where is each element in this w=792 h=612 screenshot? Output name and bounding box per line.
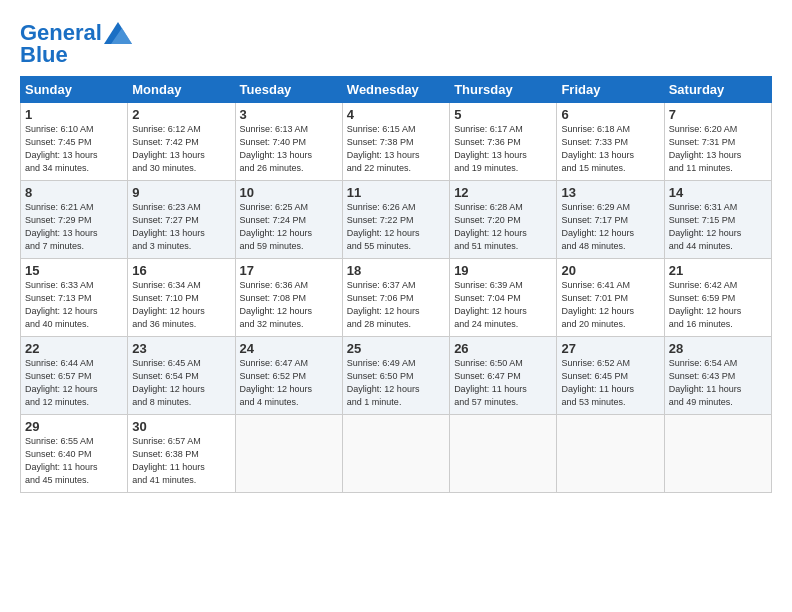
calendar-cell: 20Sunrise: 6:41 AM Sunset: 7:01 PM Dayli…	[557, 259, 664, 337]
day-number: 29	[25, 419, 123, 434]
calendar-cell: 1Sunrise: 6:10 AM Sunset: 7:45 PM Daylig…	[21, 103, 128, 181]
page: General Blue SundayMondayTuesdayWednesda…	[0, 0, 792, 503]
day-number: 25	[347, 341, 445, 356]
day-info: Sunrise: 6:45 AM Sunset: 6:54 PM Dayligh…	[132, 357, 230, 409]
calendar-cell: 3Sunrise: 6:13 AM Sunset: 7:40 PM Daylig…	[235, 103, 342, 181]
day-info: Sunrise: 6:33 AM Sunset: 7:13 PM Dayligh…	[25, 279, 123, 331]
day-info: Sunrise: 6:26 AM Sunset: 7:22 PM Dayligh…	[347, 201, 445, 253]
calendar-cell: 14Sunrise: 6:31 AM Sunset: 7:15 PM Dayli…	[664, 181, 771, 259]
day-info: Sunrise: 6:52 AM Sunset: 6:45 PM Dayligh…	[561, 357, 659, 409]
calendar-table: SundayMondayTuesdayWednesdayThursdayFrid…	[20, 76, 772, 493]
day-number: 12	[454, 185, 552, 200]
day-number: 13	[561, 185, 659, 200]
week-row-2: 8Sunrise: 6:21 AM Sunset: 7:29 PM Daylig…	[21, 181, 772, 259]
calendar-cell	[557, 415, 664, 493]
calendar-cell: 22Sunrise: 6:44 AM Sunset: 6:57 PM Dayli…	[21, 337, 128, 415]
calendar-cell: 12Sunrise: 6:28 AM Sunset: 7:20 PM Dayli…	[450, 181, 557, 259]
day-number: 16	[132, 263, 230, 278]
col-header-saturday: Saturday	[664, 77, 771, 103]
day-number: 10	[240, 185, 338, 200]
day-number: 26	[454, 341, 552, 356]
logo-icon	[104, 22, 132, 44]
calendar-cell: 10Sunrise: 6:25 AM Sunset: 7:24 PM Dayli…	[235, 181, 342, 259]
day-info: Sunrise: 6:54 AM Sunset: 6:43 PM Dayligh…	[669, 357, 767, 409]
day-info: Sunrise: 6:10 AM Sunset: 7:45 PM Dayligh…	[25, 123, 123, 175]
day-number: 18	[347, 263, 445, 278]
week-row-4: 22Sunrise: 6:44 AM Sunset: 6:57 PM Dayli…	[21, 337, 772, 415]
day-info: Sunrise: 6:31 AM Sunset: 7:15 PM Dayligh…	[669, 201, 767, 253]
calendar-cell: 28Sunrise: 6:54 AM Sunset: 6:43 PM Dayli…	[664, 337, 771, 415]
col-header-monday: Monday	[128, 77, 235, 103]
day-info: Sunrise: 6:13 AM Sunset: 7:40 PM Dayligh…	[240, 123, 338, 175]
calendar-cell: 11Sunrise: 6:26 AM Sunset: 7:22 PM Dayli…	[342, 181, 449, 259]
calendar-cell: 2Sunrise: 6:12 AM Sunset: 7:42 PM Daylig…	[128, 103, 235, 181]
day-number: 7	[669, 107, 767, 122]
day-number: 9	[132, 185, 230, 200]
day-info: Sunrise: 6:57 AM Sunset: 6:38 PM Dayligh…	[132, 435, 230, 487]
day-info: Sunrise: 6:21 AM Sunset: 7:29 PM Dayligh…	[25, 201, 123, 253]
day-info: Sunrise: 6:23 AM Sunset: 7:27 PM Dayligh…	[132, 201, 230, 253]
day-info: Sunrise: 6:42 AM Sunset: 6:59 PM Dayligh…	[669, 279, 767, 331]
logo-text2: Blue	[20, 44, 132, 66]
day-info: Sunrise: 6:50 AM Sunset: 6:47 PM Dayligh…	[454, 357, 552, 409]
day-number: 1	[25, 107, 123, 122]
day-number: 5	[454, 107, 552, 122]
calendar-cell: 23Sunrise: 6:45 AM Sunset: 6:54 PM Dayli…	[128, 337, 235, 415]
week-row-5: 29Sunrise: 6:55 AM Sunset: 6:40 PM Dayli…	[21, 415, 772, 493]
day-number: 30	[132, 419, 230, 434]
day-number: 24	[240, 341, 338, 356]
day-number: 19	[454, 263, 552, 278]
day-number: 11	[347, 185, 445, 200]
day-info: Sunrise: 6:49 AM Sunset: 6:50 PM Dayligh…	[347, 357, 445, 409]
calendar-cell	[342, 415, 449, 493]
day-number: 6	[561, 107, 659, 122]
day-number: 14	[669, 185, 767, 200]
calendar-cell: 16Sunrise: 6:34 AM Sunset: 7:10 PM Dayli…	[128, 259, 235, 337]
calendar-cell: 19Sunrise: 6:39 AM Sunset: 7:04 PM Dayli…	[450, 259, 557, 337]
calendar-cell: 13Sunrise: 6:29 AM Sunset: 7:17 PM Dayli…	[557, 181, 664, 259]
calendar-cell	[235, 415, 342, 493]
calendar-cell	[664, 415, 771, 493]
day-number: 22	[25, 341, 123, 356]
calendar-cell: 17Sunrise: 6:36 AM Sunset: 7:08 PM Dayli…	[235, 259, 342, 337]
day-number: 15	[25, 263, 123, 278]
day-info: Sunrise: 6:20 AM Sunset: 7:31 PM Dayligh…	[669, 123, 767, 175]
day-number: 21	[669, 263, 767, 278]
calendar-cell: 7Sunrise: 6:20 AM Sunset: 7:31 PM Daylig…	[664, 103, 771, 181]
calendar-cell	[450, 415, 557, 493]
day-info: Sunrise: 6:55 AM Sunset: 6:40 PM Dayligh…	[25, 435, 123, 487]
day-number: 8	[25, 185, 123, 200]
calendar-cell: 26Sunrise: 6:50 AM Sunset: 6:47 PM Dayli…	[450, 337, 557, 415]
day-info: Sunrise: 6:37 AM Sunset: 7:06 PM Dayligh…	[347, 279, 445, 331]
header-row: SundayMondayTuesdayWednesdayThursdayFrid…	[21, 77, 772, 103]
calendar-cell: 29Sunrise: 6:55 AM Sunset: 6:40 PM Dayli…	[21, 415, 128, 493]
day-info: Sunrise: 6:41 AM Sunset: 7:01 PM Dayligh…	[561, 279, 659, 331]
calendar-cell: 27Sunrise: 6:52 AM Sunset: 6:45 PM Dayli…	[557, 337, 664, 415]
calendar-cell: 25Sunrise: 6:49 AM Sunset: 6:50 PM Dayli…	[342, 337, 449, 415]
day-info: Sunrise: 6:15 AM Sunset: 7:38 PM Dayligh…	[347, 123, 445, 175]
calendar-cell: 5Sunrise: 6:17 AM Sunset: 7:36 PM Daylig…	[450, 103, 557, 181]
day-number: 17	[240, 263, 338, 278]
day-number: 27	[561, 341, 659, 356]
day-info: Sunrise: 6:29 AM Sunset: 7:17 PM Dayligh…	[561, 201, 659, 253]
col-header-thursday: Thursday	[450, 77, 557, 103]
calendar-cell: 18Sunrise: 6:37 AM Sunset: 7:06 PM Dayli…	[342, 259, 449, 337]
day-info: Sunrise: 6:28 AM Sunset: 7:20 PM Dayligh…	[454, 201, 552, 253]
logo-text: General	[20, 22, 102, 44]
header: General Blue	[20, 18, 772, 66]
calendar-cell: 6Sunrise: 6:18 AM Sunset: 7:33 PM Daylig…	[557, 103, 664, 181]
calendar-cell: 9Sunrise: 6:23 AM Sunset: 7:27 PM Daylig…	[128, 181, 235, 259]
calendar-cell: 24Sunrise: 6:47 AM Sunset: 6:52 PM Dayli…	[235, 337, 342, 415]
day-info: Sunrise: 6:25 AM Sunset: 7:24 PM Dayligh…	[240, 201, 338, 253]
day-info: Sunrise: 6:17 AM Sunset: 7:36 PM Dayligh…	[454, 123, 552, 175]
day-info: Sunrise: 6:18 AM Sunset: 7:33 PM Dayligh…	[561, 123, 659, 175]
logo: General Blue	[20, 22, 132, 66]
day-info: Sunrise: 6:34 AM Sunset: 7:10 PM Dayligh…	[132, 279, 230, 331]
calendar-cell: 15Sunrise: 6:33 AM Sunset: 7:13 PM Dayli…	[21, 259, 128, 337]
col-header-wednesday: Wednesday	[342, 77, 449, 103]
col-header-tuesday: Tuesday	[235, 77, 342, 103]
day-number: 28	[669, 341, 767, 356]
col-header-friday: Friday	[557, 77, 664, 103]
day-info: Sunrise: 6:12 AM Sunset: 7:42 PM Dayligh…	[132, 123, 230, 175]
week-row-1: 1Sunrise: 6:10 AM Sunset: 7:45 PM Daylig…	[21, 103, 772, 181]
